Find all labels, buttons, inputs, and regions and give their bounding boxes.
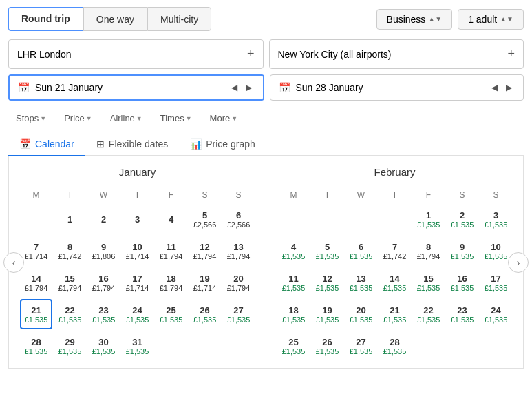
day-cell[interactable]: 21£1,535 — [379, 299, 411, 329]
day-cell[interactable]: 22£1,535 — [412, 299, 445, 329]
day-cell[interactable]: 6£1,535 — [345, 236, 377, 266]
return-date-input[interactable]: 📅 Sun 28 January ◀ ▶ — [270, 74, 524, 101]
day-price-label: £1,535 — [417, 220, 440, 229]
tab-price-graph[interactable]: 📊 Price graph — [179, 133, 266, 156]
day-cell[interactable]: 23£1,535 — [446, 299, 478, 329]
day-cell[interactable]: 19£1,535 — [311, 299, 343, 329]
day-cell[interactable]: 28£1,535 — [379, 331, 411, 361]
day-cell[interactable]: 14£1,535 — [379, 267, 411, 298]
day-price-label: £1,535 — [126, 316, 149, 324]
day-number: 6 — [359, 242, 363, 252]
origin-input[interactable]: LHR London + — [8, 39, 264, 69]
return-prev-arrow[interactable]: ◀ — [489, 81, 500, 94]
day-cell[interactable]: 6£2,566 — [222, 204, 255, 234]
day-cell[interactable]: 8£1,742 — [54, 236, 86, 266]
day-cell[interactable]: 31£1,535 — [121, 331, 153, 361]
day-cell[interactable]: 5£2,566 — [189, 204, 221, 234]
day-cell[interactable]: 2 — [87, 204, 120, 234]
day-cell[interactable]: 14£1,794 — [20, 267, 52, 298]
day-cell[interactable]: 28£1,535 — [20, 331, 52, 361]
day-cell[interactable]: 16£1,535 — [446, 267, 478, 298]
day-price-label: £1,794 — [193, 252, 217, 260]
day-cell[interactable]: 16£1,794 — [87, 267, 120, 298]
times-filter[interactable]: Times ▼ — [153, 109, 200, 127]
day-cell[interactable]: 30£1,535 — [87, 331, 120, 361]
destination-input[interactable]: New York City (all airports) + — [269, 39, 524, 69]
day-cell[interactable]: 18£1,794 — [155, 267, 187, 298]
passengers-select[interactable]: 1 adult ▲▼ — [458, 9, 524, 30]
day-header-label: S — [222, 187, 255, 203]
price-filter[interactable]: Price ▼ — [56, 109, 100, 127]
return-calendar-icon: 📅 — [279, 82, 290, 93]
day-cell[interactable]: 26£1,535 — [189, 299, 221, 329]
day-cell[interactable]: 2£1,535 — [446, 204, 478, 234]
tab-one-way[interactable]: One way — [83, 7, 147, 31]
day-price-label: £1,535 — [25, 347, 48, 356]
day-cell[interactable]: 9£1,806 — [87, 236, 120, 266]
day-cell[interactable]: 7£1,742 — [379, 236, 411, 266]
day-price-label: £1,714 — [193, 284, 217, 292]
day-cell[interactable]: 22£1,535 — [54, 299, 86, 329]
day-price-label: £1,535 — [451, 220, 474, 229]
day-cell[interactable]: 10£1,714 — [121, 236, 153, 266]
calendar-next-arrow[interactable]: › — [508, 252, 529, 273]
day-cell[interactable]: 19£1,714 — [189, 267, 221, 298]
day-cell[interactable]: 11£1,794 — [155, 236, 187, 266]
day-cell[interactable]: 10£1,535 — [480, 236, 512, 266]
day-cell[interactable]: 9£1,535 — [446, 236, 478, 266]
day-cell[interactable]: 15£1,794 — [54, 267, 86, 298]
day-cell[interactable]: 23£1,535 — [87, 299, 120, 329]
day-cell[interactable]: 24£1,535 — [480, 299, 512, 329]
day-cell[interactable]: 13£1,794 — [222, 236, 255, 266]
day-cell[interactable]: 25£1,535 — [155, 299, 187, 329]
day-cell[interactable]: 5£1,535 — [311, 236, 343, 266]
day-cell[interactable]: 17£1,535 — [480, 267, 512, 298]
origin-plus-icon: + — [247, 47, 255, 61]
day-cell[interactable]: 3£1,535 — [480, 204, 512, 234]
day-cell[interactable]: 17£1,714 — [121, 267, 153, 298]
day-cell[interactable]: 18£1,535 — [277, 299, 310, 329]
day-number: 24 — [132, 305, 142, 316]
day-price-label: £1,535 — [350, 347, 373, 356]
day-price-label: £1,714 — [25, 252, 48, 260]
day-number: 29 — [65, 337, 74, 347]
day-number: 27 — [356, 337, 365, 347]
day-cell[interactable]: 4 — [155, 204, 187, 234]
tab-calendar[interactable]: 📅 Calendar — [8, 133, 85, 156]
day-cell[interactable]: 20£1,794 — [222, 267, 255, 298]
day-cell[interactable]: 20£1,535 — [345, 299, 377, 329]
stops-filter[interactable]: Stops ▼ — [8, 109, 54, 127]
day-cell[interactable]: 25£1,535 — [277, 331, 310, 361]
day-cell[interactable]: 24£1,535 — [121, 299, 153, 329]
day-number: 28 — [390, 337, 399, 347]
day-cell[interactable]: 7£1,714 — [20, 236, 52, 266]
depart-date-input[interactable]: 📅 Sun 21 January ◀ ▶ — [8, 74, 264, 101]
day-cell[interactable]: 13£1,535 — [345, 267, 377, 298]
tab-round-trip[interactable]: Round trip — [8, 7, 83, 31]
day-cell[interactable]: 27£1,535 — [345, 331, 377, 361]
day-cell[interactable]: 12£1,794 — [189, 236, 221, 266]
depart-next-arrow[interactable]: ▶ — [243, 81, 255, 94]
calendar-prev-arrow[interactable]: ‹ — [3, 252, 24, 273]
day-cell[interactable]: 3 — [121, 204, 153, 234]
day-cell[interactable]: 26£1,535 — [311, 331, 343, 361]
day-cell[interactable]: 29£1,535 — [54, 331, 86, 361]
airline-filter[interactable]: Airline ▼ — [103, 109, 150, 127]
day-number: 19 — [322, 305, 332, 316]
return-next-arrow[interactable]: ▶ — [503, 81, 515, 94]
day-header-label: M — [20, 187, 52, 203]
day-cell[interactable]: 27£1,535 — [222, 299, 255, 329]
day-cell[interactable]: 4£1,535 — [277, 236, 310, 266]
day-cell[interactable]: 15£1,535 — [412, 267, 445, 298]
tab-flexible-dates[interactable]: ⊞ Flexible dates — [85, 133, 179, 156]
day-cell[interactable]: 1 — [54, 204, 86, 234]
more-filter[interactable]: More ▼ — [202, 109, 246, 127]
day-cell[interactable]: 8£1,794 — [412, 236, 445, 266]
day-cell[interactable]: 12£1,535 — [311, 267, 343, 298]
tab-multi-city[interactable]: Multi-city — [147, 7, 211, 31]
cabin-class-select[interactable]: Business ▲▼ — [376, 9, 453, 30]
depart-prev-arrow[interactable]: ◀ — [228, 81, 240, 94]
day-cell[interactable]: 1£1,535 — [412, 204, 445, 234]
day-cell[interactable]: 21£1,535 — [20, 299, 52, 329]
day-cell[interactable]: 11£1,535 — [277, 267, 310, 298]
